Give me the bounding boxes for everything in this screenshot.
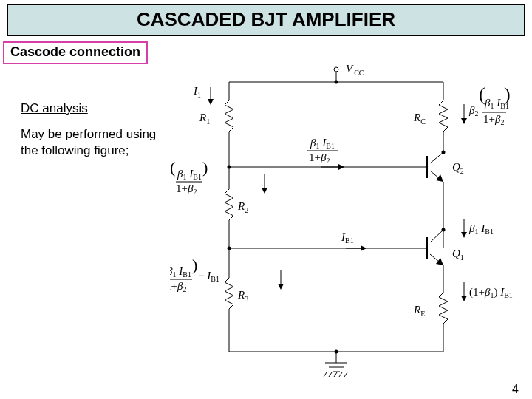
svg-line-23 (430, 152, 443, 163)
svg-text:Q1: Q1 (452, 248, 464, 262)
svg-text:R1: R1 (199, 112, 210, 126)
svg-line-88 (324, 372, 327, 377)
svg-line-92 (344, 372, 347, 377)
body-paragraph: May be performed using the following fig… (21, 127, 156, 157)
svg-text:β1 IB1: β1 IB1 (170, 265, 191, 279)
svg-text:β1 IB1: β1 IB1 (177, 168, 202, 181)
svg-line-54 (430, 230, 443, 242)
svg-marker-58 (436, 258, 443, 265)
svg-text:): ) (202, 158, 208, 177)
svg-text:VCC: VCC (346, 63, 364, 77)
svg-text:): ) (192, 256, 197, 274)
svg-text:β2: β2 (468, 104, 478, 117)
slide-title: CASCADED BJT AMPLIFIER (7, 4, 525, 36)
subtitle-box: Cascode connection (3, 41, 148, 64)
slide: CASCADED BJT AMPLIFIER Cascode connectio… (0, 4, 532, 399)
svg-marker-27 (436, 174, 443, 182)
svg-marker-15 (461, 118, 467, 124)
svg-text:1+β2: 1+β2 (309, 151, 330, 165)
svg-text:(1+β1) IB1: (1+β1) IB1 (469, 286, 513, 299)
svg-text:1+β2: 1+β2 (170, 280, 186, 293)
svg-text:RC: RC (413, 112, 426, 126)
svg-line-89 (329, 372, 332, 377)
svg-text:I1: I1 (193, 85, 201, 99)
svg-marker-9 (208, 99, 214, 105)
svg-marker-62 (461, 232, 467, 238)
svg-text:RE: RE (413, 304, 425, 318)
svg-line-91 (339, 372, 342, 377)
svg-marker-33 (338, 164, 344, 170)
svg-text:Q2: Q2 (452, 161, 464, 175)
svg-text:− IB1: − IB1 (198, 270, 219, 283)
svg-marker-68 (278, 284, 284, 290)
svg-text:1+β2: 1+β2 (483, 113, 504, 126)
svg-marker-80 (461, 296, 467, 301)
body-text: DC analysis May be performed using the f… (21, 100, 168, 158)
svg-text:β1 IB1: β1 IB1 (468, 222, 494, 236)
svg-text:R3: R3 (237, 289, 248, 303)
svg-text:IB1: IB1 (341, 231, 354, 245)
svg-text:R2: R2 (237, 200, 248, 214)
circuit-diagram: VCC R1 I1 RC β2 ( ) β1 IB1 1+β2 (170, 56, 517, 396)
svg-marker-41 (262, 188, 267, 194)
svg-text:(: ( (170, 158, 175, 177)
svg-text:1+β2: 1+β2 (176, 183, 197, 196)
svg-text:β1 IB1: β1 IB1 (310, 137, 335, 150)
section-heading: DC analysis (21, 100, 88, 116)
svg-line-90 (334, 372, 337, 377)
svg-point-0 (334, 67, 338, 72)
svg-marker-51 (361, 245, 366, 251)
